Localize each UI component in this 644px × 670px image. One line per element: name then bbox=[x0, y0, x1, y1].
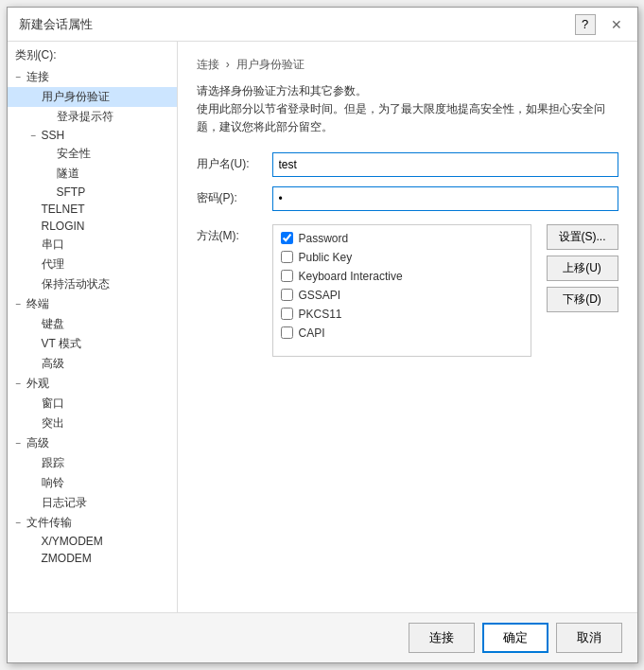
tree-label-zmodem: ZMODEM bbox=[42, 552, 92, 565]
breadcrumb: 连接 › 用户身份验证 bbox=[197, 57, 618, 73]
desc-line1: 请选择身份验证方法和其它参数。 bbox=[197, 82, 618, 100]
tree-label-terminal: 终端 bbox=[26, 296, 49, 312]
desc-line2: 使用此部分以节省登录时间。但是，为了最大限度地提高安全性，如果担心安全问题，建议… bbox=[197, 100, 618, 136]
checkbox-capi[interactable] bbox=[281, 326, 293, 339]
sidebar-item-user-auth[interactable]: 用户身份验证 bbox=[8, 87, 177, 107]
password-label: 密码(P): bbox=[197, 190, 272, 206]
tree-label-highlight: 突出 bbox=[42, 415, 64, 432]
sidebar-item-login-prompt[interactable]: 登录提示符 bbox=[8, 107, 177, 127]
tree-label-login-prompt: 登录提示符 bbox=[57, 109, 113, 125]
checkbox-gssapi[interactable] bbox=[281, 289, 293, 301]
title-bar-controls: ? ✕ bbox=[575, 14, 626, 35]
sidebar-item-tunnel[interactable]: 隧道 bbox=[8, 164, 177, 184]
breadcrumb-part2: 用户身份验证 bbox=[236, 58, 305, 71]
method-list: PasswordPublic KeyKeyboard InteractiveGS… bbox=[272, 224, 531, 357]
tree-toggle-appearance: − bbox=[11, 379, 26, 389]
username-label: 用户名(U): bbox=[197, 156, 272, 172]
sidebar-item-serial[interactable]: 串口 bbox=[8, 235, 177, 255]
sidebar-item-terminal[interactable]: −终端 bbox=[8, 294, 177, 314]
checkbox-item-password[interactable]: Password bbox=[277, 229, 527, 248]
checkbox-label-capi: CAPI bbox=[299, 326, 325, 340]
tree-label-tunnel: 隧道 bbox=[57, 166, 79, 182]
content-area: 连接 › 用户身份验证 请选择身份验证方法和其它参数。 使用此部分以节省登录时间… bbox=[178, 42, 637, 612]
method-label: 方法(M): bbox=[197, 224, 272, 244]
sidebar-item-vt-mode[interactable]: VT 模式 bbox=[8, 334, 177, 354]
up-button[interactable]: 上移(U) bbox=[547, 256, 618, 281]
breadcrumb-sep: › bbox=[226, 58, 230, 71]
checkbox-label-keyboard-interactive: Keyboard Interactive bbox=[299, 270, 403, 283]
tree-label-keepalive: 保持活动状态 bbox=[42, 276, 110, 292]
checkbox-item-keyboard-interactive[interactable]: Keyboard Interactive bbox=[277, 267, 527, 286]
sidebar-item-telnet[interactable]: TELNET bbox=[8, 201, 177, 218]
sidebar-item-ssh[interactable]: −SSH bbox=[8, 127, 177, 144]
checkbox-item-gssapi[interactable]: GSSAPI bbox=[277, 286, 527, 305]
dialog-footer: 连接 确定 取消 bbox=[8, 612, 637, 662]
sidebar-item-xymodem[interactable]: X/YMODEM bbox=[8, 533, 177, 550]
checkbox-pkcs11[interactable] bbox=[281, 308, 293, 320]
tree-toggle-connection: − bbox=[11, 72, 26, 82]
sidebar-item-bell[interactable]: 响铃 bbox=[8, 473, 177, 493]
username-row: 用户名(U): bbox=[197, 152, 618, 177]
description: 请选择身份验证方法和其它参数。 使用此部分以节省登录时间。但是，为了最大限度地提… bbox=[197, 82, 618, 137]
tree-label-bell: 响铃 bbox=[42, 475, 64, 491]
tree-label-file-transfer: 文件传输 bbox=[26, 515, 72, 531]
username-input[interactable] bbox=[272, 152, 618, 177]
checkbox-item-pkcs11[interactable]: PKCS11 bbox=[277, 305, 527, 324]
tree-label-appearance: 外观 bbox=[26, 376, 49, 392]
sidebar-item-keepalive[interactable]: 保持活动状态 bbox=[8, 274, 177, 294]
password-row: 密码(P): bbox=[197, 186, 618, 211]
checkbox-item-capi[interactable]: CAPI bbox=[277, 324, 527, 343]
close-button[interactable]: ✕ bbox=[607, 15, 626, 34]
tree-label-rlogin: RLOGIN bbox=[42, 220, 85, 233]
sidebar-item-keyboard[interactable]: 键盘 bbox=[8, 314, 177, 334]
sidebar-item-zmodem[interactable]: ZMODEM bbox=[8, 550, 177, 567]
settings-button[interactable]: 设置(S)... bbox=[547, 224, 618, 250]
tree-label-trace: 跟踪 bbox=[42, 455, 64, 471]
sidebar: 类别(C): −连接用户身份验证登录提示符−SSH安全性隧道SFTPTELNET… bbox=[8, 42, 178, 612]
category-label: 类别(C): bbox=[8, 45, 177, 67]
tree-label-advanced2: 高级 bbox=[26, 435, 49, 451]
sidebar-item-appearance[interactable]: −外观 bbox=[8, 374, 177, 394]
tree-label-keyboard: 键盘 bbox=[42, 316, 64, 332]
checkbox-label-gssapi: GSSAPI bbox=[299, 289, 341, 302]
tree-label-user-auth: 用户身份验证 bbox=[42, 89, 110, 105]
tree-label-vt-mode: VT 模式 bbox=[42, 336, 81, 352]
checkbox-label-password: Password bbox=[299, 232, 349, 245]
sidebar-item-connection[interactable]: −连接 bbox=[8, 67, 177, 87]
down-button[interactable]: 下移(D) bbox=[547, 287, 618, 312]
checkbox-public-key[interactable] bbox=[281, 251, 293, 263]
sidebar-item-proxy[interactable]: 代理 bbox=[8, 255, 177, 274]
title-bar: 新建会话属性 ? ✕ bbox=[8, 8, 637, 42]
sidebar-item-advanced[interactable]: 高级 bbox=[8, 354, 177, 374]
help-button[interactable]: ? bbox=[575, 14, 596, 35]
cancel-button[interactable]: 取消 bbox=[556, 623, 622, 653]
password-input[interactable] bbox=[272, 186, 618, 211]
tree-label-log: 日志记录 bbox=[42, 495, 87, 511]
sidebar-item-trace[interactable]: 跟踪 bbox=[8, 453, 177, 473]
sidebar-item-security[interactable]: 安全性 bbox=[8, 144, 177, 164]
checkbox-password[interactable] bbox=[281, 232, 293, 244]
tree-toggle-advanced2: − bbox=[11, 438, 26, 449]
sidebar-item-file-transfer[interactable]: −文件传输 bbox=[8, 513, 177, 533]
sidebar-item-rlogin[interactable]: RLOGIN bbox=[8, 218, 177, 235]
tree-toggle-file-transfer: − bbox=[11, 518, 26, 528]
checkbox-item-public-key[interactable]: Public Key bbox=[277, 248, 527, 267]
tree-label-security: 安全性 bbox=[57, 146, 91, 162]
tree-toggle-terminal: − bbox=[11, 299, 26, 309]
checkbox-keyboard-interactive[interactable] bbox=[281, 270, 293, 282]
tree-toggle-ssh: − bbox=[26, 131, 42, 141]
connect-button[interactable]: 连接 bbox=[409, 623, 475, 653]
tree-label-connection: 连接 bbox=[26, 69, 49, 85]
breadcrumb-part1: 连接 bbox=[197, 58, 219, 71]
dialog-body: 类别(C): −连接用户身份验证登录提示符−SSH安全性隧道SFTPTELNET… bbox=[8, 42, 637, 612]
tree-label-advanced: 高级 bbox=[42, 356, 64, 372]
sidebar-item-log[interactable]: 日志记录 bbox=[8, 493, 177, 513]
sidebar-item-advanced2[interactable]: −高级 bbox=[8, 433, 177, 453]
method-row: 方法(M): PasswordPublic KeyKeyboard Intera… bbox=[197, 224, 618, 357]
sidebar-item-sftp[interactable]: SFTP bbox=[8, 184, 177, 201]
sidebar-item-window[interactable]: 窗口 bbox=[8, 394, 177, 414]
tree-label-serial: 串口 bbox=[42, 237, 64, 253]
ok-button[interactable]: 确定 bbox=[482, 623, 548, 653]
checkbox-label-pkcs11: PKCS11 bbox=[299, 308, 342, 321]
sidebar-item-highlight[interactable]: 突出 bbox=[8, 414, 177, 433]
